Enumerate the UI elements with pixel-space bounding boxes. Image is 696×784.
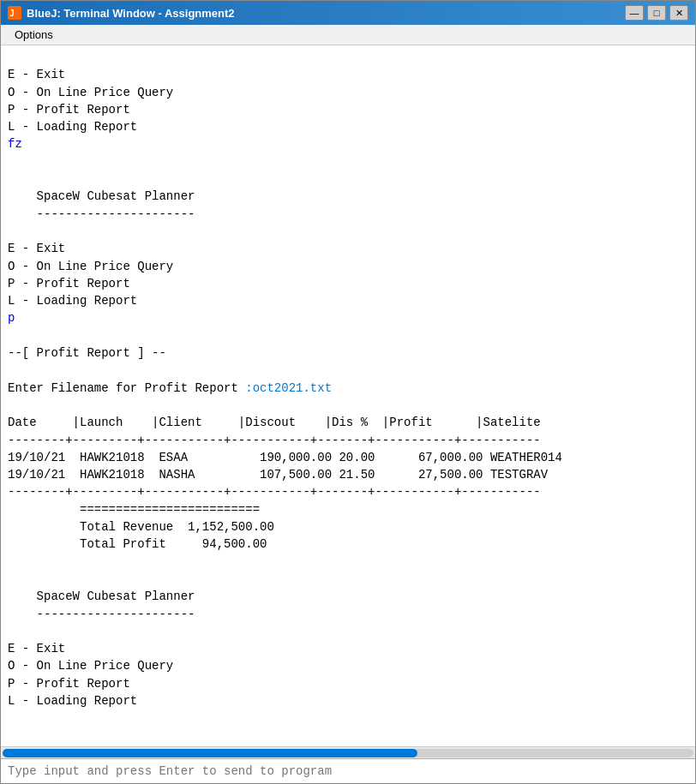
line-o-query-2: O - On Line Price Query [8, 260, 173, 273]
terminal-input[interactable] [8, 764, 688, 778]
svg-text:J: J [9, 9, 15, 18]
header-sep-2: ---------------------- [8, 607, 195, 621]
spacer-1: SpaceW Cubesat Planner [8, 189, 195, 203]
terminal-icon: J [8, 6, 21, 20]
terminal-body[interactable]: E - Exit O - On Line Price Query P - Pro… [1, 45, 695, 746]
spacer-2: SpaceW Cubesat Planner [8, 589, 195, 603]
input-fz: fz [8, 137, 22, 151]
line-e-exit-1: E - Exit [8, 68, 65, 81]
line-l-loading-1: L - Loading Report [8, 120, 137, 134]
line-p-profit-1: P - Profit Report [8, 103, 130, 117]
line-e-exit-2: E - Exit [8, 242, 65, 255]
header-sep-1: ---------------------- [8, 207, 195, 221]
title-bar-left: J BlueJ: Terminal Window - Assignment2 [8, 6, 235, 20]
menu-bar: Options [1, 25, 695, 45]
minimize-button[interactable]: — [625, 5, 644, 21]
title-bar: J BlueJ: Terminal Window - Assignment2 —… [1, 1, 695, 25]
total-revenue-line: Total Revenue 1,152,500.00 [8, 520, 274, 534]
line-l-loading-2: L - Loading Report [8, 294, 137, 308]
options-menu[interactable]: Options [8, 27, 60, 43]
line-p-profit-2: P - Profit Report [8, 277, 130, 290]
window-title: BlueJ: Terminal Window - Assignment2 [27, 7, 235, 20]
table-sep-bottom: --------+---------+-----------+---------… [8, 485, 541, 499]
table-data-row-2: 19/10/21 HAWK21018 NASHA 107,500.00 21.5… [8, 468, 548, 482]
input-bar[interactable] [1, 758, 695, 783]
horizontal-scrollbar[interactable] [1, 746, 695, 758]
filename-prompt: Enter Filename for Profit Report :oct202… [8, 381, 332, 395]
terminal-content: E - Exit O - On Line Price Query P - Pro… [8, 49, 688, 727]
profit-section-header: --[ Profit Report ] -- [8, 346, 166, 360]
filename-value: :oct2021.txt [245, 381, 332, 395]
maximize-button[interactable]: □ [647, 5, 666, 21]
input-p: p [8, 311, 15, 325]
line-p-profit-3: P - Profit Report [8, 677, 130, 691]
line-l-loading-3: L - Loading Report [8, 694, 137, 708]
terminal-window: J BlueJ: Terminal Window - Assignment2 —… [0, 0, 696, 784]
line-e-exit-3: E - Exit [8, 642, 65, 655]
table-data-row-1: 19/10/21 HAWK21018 ESAA 190,000.00 20.00… [8, 451, 562, 464]
scrollbar-thumb [3, 749, 417, 757]
line-o-query-1: O - On Line Price Query [8, 86, 173, 99]
scrollbar-track [3, 749, 693, 757]
close-button[interactable]: ✕ [669, 5, 688, 21]
title-bar-controls: — □ ✕ [625, 5, 688, 21]
summary-divider: ========================= [8, 503, 260, 517]
table-sep-top: --------+---------+-----------+---------… [8, 434, 541, 447]
table-header-row: Date |Launch |Client |Discout |Dis % |Pr… [8, 416, 541, 429]
line-o-query-3: O - On Line Price Query [8, 659, 173, 673]
total-profit-line: Total Profit 94,500.00 [8, 537, 267, 551]
